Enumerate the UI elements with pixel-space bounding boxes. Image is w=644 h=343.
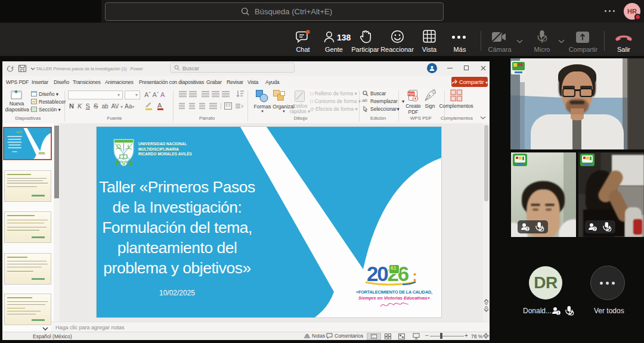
svg-text:!: !: [558, 311, 559, 315]
svg-text:?: ?: [593, 227, 596, 231]
svg-text:?: ?: [526, 227, 528, 231]
svg-text:PDF: PDF: [408, 92, 415, 96]
